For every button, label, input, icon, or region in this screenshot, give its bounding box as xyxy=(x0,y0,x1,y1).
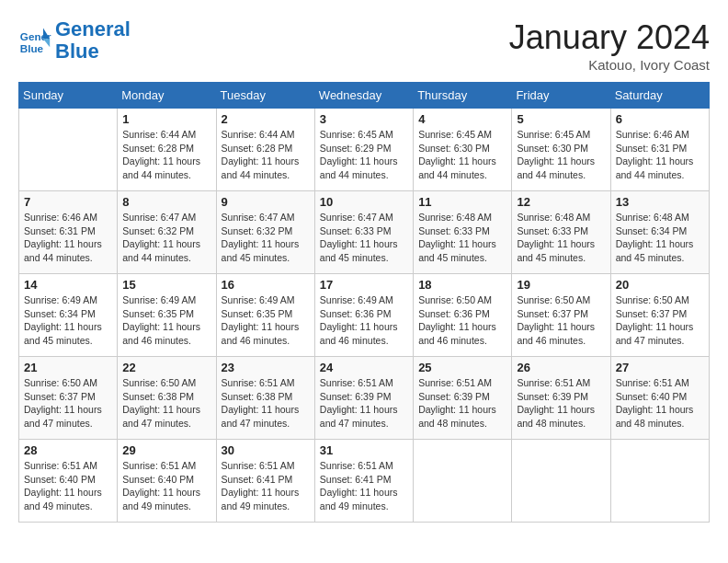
day-info: Sunrise: 6:51 AMSunset: 6:40 PMDaylight:… xyxy=(122,459,210,513)
day-number: 6 xyxy=(616,112,704,126)
day-number: 30 xyxy=(222,443,310,457)
day-info: Sunrise: 6:49 AMSunset: 6:35 PMDaylight:… xyxy=(122,293,210,348)
day-info: Sunrise: 6:48 AMSunset: 6:33 PMDaylight:… xyxy=(418,211,506,265)
day-info: Sunrise: 6:47 AMSunset: 6:33 PMDaylight:… xyxy=(320,211,408,265)
day-number: 28 xyxy=(24,443,112,457)
day-info: Sunrise: 6:50 AMSunset: 6:36 PMDaylight:… xyxy=(418,293,506,348)
column-header-friday: Friday xyxy=(512,83,610,109)
day-info: Sunrise: 6:47 AMSunset: 6:32 PMDaylight:… xyxy=(222,211,310,265)
calendar-cell: 5Sunrise: 6:45 AMSunset: 6:30 PMDaylight… xyxy=(512,109,610,191)
calendar-cell: 23Sunrise: 6:51 AMSunset: 6:38 PMDayligh… xyxy=(216,357,314,440)
day-number: 17 xyxy=(320,278,408,292)
day-info: Sunrise: 6:51 AMSunset: 6:41 PMDaylight:… xyxy=(320,459,408,513)
calendar-cell: 17Sunrise: 6:49 AMSunset: 6:36 PMDayligh… xyxy=(314,274,413,357)
svg-text:Blue: Blue xyxy=(20,42,44,54)
calendar-cell: 8Sunrise: 6:47 AMSunset: 6:32 PMDaylight… xyxy=(118,191,216,274)
calendar-cell: 24Sunrise: 6:51 AMSunset: 6:39 PMDayligh… xyxy=(314,357,413,440)
day-number: 29 xyxy=(122,443,210,457)
logo-line1: General xyxy=(55,17,131,40)
day-number: 25 xyxy=(418,361,506,374)
day-number: 24 xyxy=(320,361,408,374)
calendar-cell xyxy=(19,109,118,191)
logo-icon: General Blue xyxy=(18,24,51,57)
day-info: Sunrise: 6:50 AMSunset: 6:37 PMDaylight:… xyxy=(24,376,112,431)
day-number: 22 xyxy=(122,361,210,374)
calendar-cell: 25Sunrise: 6:51 AMSunset: 6:39 PMDayligh… xyxy=(414,357,512,440)
day-number: 8 xyxy=(122,195,210,209)
day-info: Sunrise: 6:45 AMSunset: 6:30 PMDaylight:… xyxy=(418,128,506,182)
calendar-cell: 31Sunrise: 6:51 AMSunset: 6:41 PMDayligh… xyxy=(314,440,413,523)
calendar-cell xyxy=(414,440,512,523)
day-number: 14 xyxy=(24,278,112,292)
day-info: Sunrise: 6:49 AMSunset: 6:36 PMDaylight:… xyxy=(320,293,408,348)
day-number: 19 xyxy=(517,278,605,292)
svg-marker-3 xyxy=(43,39,50,47)
week-row-1: 1Sunrise: 6:44 AMSunset: 6:28 PMDaylight… xyxy=(19,109,710,191)
calendar-cell: 13Sunrise: 6:48 AMSunset: 6:34 PMDayligh… xyxy=(610,191,709,274)
day-info: Sunrise: 6:51 AMSunset: 6:39 PMDaylight:… xyxy=(418,376,506,431)
day-info: Sunrise: 6:51 AMSunset: 6:39 PMDaylight:… xyxy=(320,376,408,431)
day-info: Sunrise: 6:45 AMSunset: 6:30 PMDaylight:… xyxy=(517,128,605,182)
day-number: 9 xyxy=(222,195,310,209)
day-info: Sunrise: 6:51 AMSunset: 6:40 PMDaylight:… xyxy=(616,376,704,431)
day-number: 2 xyxy=(222,112,310,126)
column-header-saturday: Saturday xyxy=(610,83,709,109)
calendar-cell: 6Sunrise: 6:46 AMSunset: 6:31 PMDaylight… xyxy=(610,109,709,191)
logo-text: General Blue xyxy=(55,18,131,63)
day-info: Sunrise: 6:48 AMSunset: 6:33 PMDaylight:… xyxy=(517,211,605,265)
calendar-cell xyxy=(512,440,610,523)
day-info: Sunrise: 6:49 AMSunset: 6:34 PMDaylight:… xyxy=(24,293,112,348)
day-number: 7 xyxy=(24,195,112,209)
day-info: Sunrise: 6:48 AMSunset: 6:34 PMDaylight:… xyxy=(616,211,704,265)
day-info: Sunrise: 6:46 AMSunset: 6:31 PMDaylight:… xyxy=(24,211,112,265)
day-number: 16 xyxy=(222,278,310,292)
calendar-cell: 12Sunrise: 6:48 AMSunset: 6:33 PMDayligh… xyxy=(512,191,610,274)
calendar-cell xyxy=(610,440,709,523)
week-row-5: 28Sunrise: 6:51 AMSunset: 6:40 PMDayligh… xyxy=(19,440,710,523)
day-number: 12 xyxy=(517,195,605,209)
column-header-thursday: Thursday xyxy=(414,83,512,109)
calendar-cell: 16Sunrise: 6:49 AMSunset: 6:35 PMDayligh… xyxy=(216,274,314,357)
day-number: 20 xyxy=(616,278,704,292)
day-number: 31 xyxy=(320,443,408,457)
column-header-monday: Monday xyxy=(118,83,216,109)
location: Katouo, Ivory Coast xyxy=(509,57,710,73)
calendar-cell: 15Sunrise: 6:49 AMSunset: 6:35 PMDayligh… xyxy=(118,274,216,357)
month-title: January 2024 xyxy=(509,18,710,57)
column-header-wednesday: Wednesday xyxy=(314,83,413,109)
calendar-cell: 9Sunrise: 6:47 AMSunset: 6:32 PMDaylight… xyxy=(216,191,314,274)
logo: General Blue General Blue xyxy=(18,18,131,63)
column-header-sunday: Sunday xyxy=(19,83,118,109)
day-info: Sunrise: 6:51 AMSunset: 6:40 PMDaylight:… xyxy=(24,459,112,513)
day-info: Sunrise: 6:44 AMSunset: 6:28 PMDaylight:… xyxy=(122,128,210,182)
day-number: 3 xyxy=(320,112,408,126)
logo-line2: Blue xyxy=(55,40,99,63)
day-number: 27 xyxy=(616,361,704,374)
title-block: January 2024 Katouo, Ivory Coast xyxy=(509,18,710,73)
page-header: General Blue General Blue January 2024 K… xyxy=(18,18,710,73)
calendar-cell: 28Sunrise: 6:51 AMSunset: 6:40 PMDayligh… xyxy=(19,440,118,523)
calendar-header-row: SundayMondayTuesdayWednesdayThursdayFrid… xyxy=(19,83,710,109)
day-info: Sunrise: 6:45 AMSunset: 6:29 PMDaylight:… xyxy=(320,128,408,182)
calendar-table: SundayMondayTuesdayWednesdayThursdayFrid… xyxy=(18,82,710,523)
calendar-cell: 27Sunrise: 6:51 AMSunset: 6:40 PMDayligh… xyxy=(610,357,709,440)
day-info: Sunrise: 6:44 AMSunset: 6:28 PMDaylight:… xyxy=(222,128,310,182)
day-info: Sunrise: 6:46 AMSunset: 6:31 PMDaylight:… xyxy=(616,128,704,182)
day-info: Sunrise: 6:47 AMSunset: 6:32 PMDaylight:… xyxy=(122,211,210,265)
day-number: 21 xyxy=(24,361,112,374)
day-info: Sunrise: 6:51 AMSunset: 6:41 PMDaylight:… xyxy=(222,459,310,513)
calendar-cell: 10Sunrise: 6:47 AMSunset: 6:33 PMDayligh… xyxy=(314,191,413,274)
calendar-cell: 1Sunrise: 6:44 AMSunset: 6:28 PMDaylight… xyxy=(118,109,216,191)
calendar-cell: 26Sunrise: 6:51 AMSunset: 6:39 PMDayligh… xyxy=(512,357,610,440)
calendar-cell: 18Sunrise: 6:50 AMSunset: 6:36 PMDayligh… xyxy=(414,274,512,357)
week-row-3: 14Sunrise: 6:49 AMSunset: 6:34 PMDayligh… xyxy=(19,274,710,357)
week-row-2: 7Sunrise: 6:46 AMSunset: 6:31 PMDaylight… xyxy=(19,191,710,274)
day-info: Sunrise: 6:51 AMSunset: 6:38 PMDaylight:… xyxy=(222,376,310,431)
calendar-cell: 29Sunrise: 6:51 AMSunset: 6:40 PMDayligh… xyxy=(118,440,216,523)
day-number: 1 xyxy=(122,112,210,126)
day-number: 4 xyxy=(418,112,506,126)
day-info: Sunrise: 6:51 AMSunset: 6:39 PMDaylight:… xyxy=(517,376,605,431)
day-number: 10 xyxy=(320,195,408,209)
calendar-cell: 21Sunrise: 6:50 AMSunset: 6:37 PMDayligh… xyxy=(19,357,118,440)
day-number: 26 xyxy=(517,361,605,374)
